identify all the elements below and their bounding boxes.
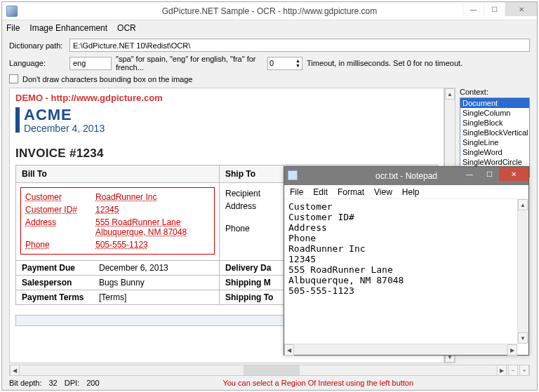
dpi-value: 200 xyxy=(86,379,99,387)
zoom-in-button[interactable]: + xyxy=(519,365,529,376)
notepad-close-button[interactable]: ✕ xyxy=(499,167,528,181)
menubar: File Image Enhancement OCR xyxy=(2,20,537,36)
context-item[interactable]: Document xyxy=(460,98,529,108)
maximize-button[interactable]: ☐ xyxy=(484,2,505,16)
bounding-box-checkbox[interactable] xyxy=(9,74,18,83)
dpi-label: DPI: xyxy=(65,379,79,387)
dict-path-label: Dictionary path: xyxy=(9,41,65,50)
viewer-scrollbar-horizontal[interactable]: ◀ ▶ − + xyxy=(9,365,530,376)
notepad-menu-file[interactable]: File xyxy=(290,187,303,197)
logo-bar xyxy=(15,107,20,133)
scrollbar-thumb[interactable] xyxy=(244,365,300,375)
context-item[interactable]: SingleBlockVertical xyxy=(460,128,529,137)
notepad-scrollbar-horizontal[interactable]: ◀▶ xyxy=(284,344,517,355)
form-area: Dictionary path: Language: "spa" for spa… xyxy=(2,36,537,85)
language-input[interactable] xyxy=(69,57,112,70)
zoom-out-button[interactable]: − xyxy=(508,365,518,376)
invoice-heading: INVOICE #1234 xyxy=(15,147,438,161)
context-listbox[interactable]: Document SingleColumn SingleBlock Single… xyxy=(460,97,530,177)
scroll-left-icon[interactable]: ◀ xyxy=(10,365,20,376)
notepad-title: ocr.txt - Notepad xyxy=(375,171,437,181)
notepad-menu-edit[interactable]: Edit xyxy=(313,187,328,197)
notepad-icon xyxy=(288,170,298,180)
timeout-hint: Timeout, in milliseconds. Set 0 for no t… xyxy=(307,59,463,67)
menu-ocr[interactable]: OCR xyxy=(117,23,136,33)
notepad-scrollbar-vertical[interactable]: ▲▼ xyxy=(517,199,528,344)
context-item[interactable]: SingleLine xyxy=(460,137,529,147)
notepad-menu-format[interactable]: Format xyxy=(338,187,364,197)
context-item[interactable]: SingleWordCircle xyxy=(460,157,529,167)
status-bar: Bit depth: 32 DPI: 200 You can select a … xyxy=(2,377,537,390)
document-date: December 4, 2013 xyxy=(24,123,105,134)
bounding-box-label: Don't draw characters bounding box on th… xyxy=(22,75,192,83)
language-label: Language: xyxy=(9,59,65,67)
notepad-menu-view[interactable]: View xyxy=(374,187,392,197)
notepad-maximize-button[interactable]: ☐ xyxy=(479,167,499,181)
status-message: You can select a Region Of Interest usin… xyxy=(107,379,531,387)
minimize-button[interactable]: — xyxy=(463,2,484,16)
billto-header: Bill To xyxy=(16,165,220,182)
language-hint: "spa" for spain, "eng" for english, "fra… xyxy=(116,55,263,72)
ocr-selection-box[interactable]: CustomerRoadRunner Inc Customer ID#12345… xyxy=(20,187,215,255)
notepad-menu-help[interactable]: Help xyxy=(402,187,420,197)
scroll-right-icon[interactable]: ▶ xyxy=(497,365,507,376)
timeout-spinner[interactable]: 0▲▼ xyxy=(267,57,302,70)
bitdepth-label: Bit depth: xyxy=(9,379,41,387)
scroll-up-icon[interactable]: ▲ xyxy=(445,88,455,100)
company-name: ACME xyxy=(24,106,105,124)
notepad-window[interactable]: ocr.txt - Notepad — ☐ ✕ File Edit Format… xyxy=(284,166,529,356)
context-item[interactable]: SingleWord xyxy=(460,147,529,157)
close-button[interactable]: ✕ xyxy=(505,2,537,16)
menu-file[interactable]: File xyxy=(6,23,20,33)
titlebar[interactable]: GdPicture.NET Sample - OCR - http://www.… xyxy=(2,2,537,20)
notepad-titlebar[interactable]: ocr.txt - Notepad — ☐ ✕ xyxy=(284,167,528,185)
notepad-textarea[interactable]: Customer Customer ID# Address Phone Road… xyxy=(284,199,528,355)
menu-image-enhancement[interactable]: Image Enhancement xyxy=(29,23,107,33)
notepad-minimize-button[interactable]: — xyxy=(460,167,479,181)
context-item[interactable]: SingleColumn xyxy=(460,108,529,118)
bitdepth-value: 32 xyxy=(48,379,57,387)
context-item[interactable]: SingleBlock xyxy=(460,118,529,128)
dict-path-input[interactable] xyxy=(69,39,530,52)
window-title: GdPicture.NET Sample - OCR - http://www.… xyxy=(162,6,378,16)
app-icon xyxy=(6,6,18,17)
spinner-arrows-icon[interactable]: ▲▼ xyxy=(295,58,300,68)
notepad-menubar: File Edit Format View Help xyxy=(284,185,528,199)
demo-watermark: DEMO - http://www.gdpicture.com xyxy=(15,93,438,103)
context-label: Context: xyxy=(460,88,530,96)
